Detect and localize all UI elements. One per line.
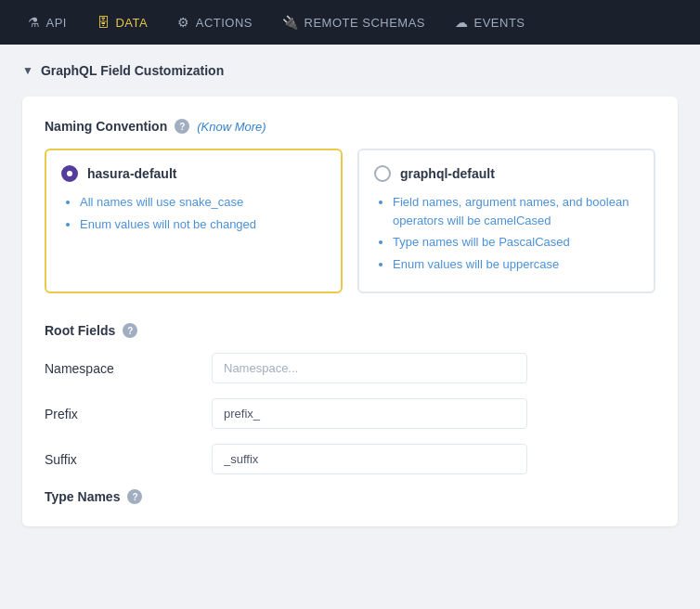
root-fields-help-icon[interactable]: ?	[123, 323, 137, 338]
nav-label-data: DATA	[115, 16, 148, 30]
prefix-input[interactable]	[212, 398, 527, 429]
graphql-default-title: graphql-default	[400, 166, 495, 181]
namespace-input[interactable]	[212, 353, 527, 383]
hasura-default-header: hasura-default	[61, 165, 326, 182]
api-icon: ⚗	[28, 15, 41, 30]
prefix-label: Prefix	[45, 407, 212, 421]
naming-convention-label: Naming Convention	[45, 119, 167, 134]
graphql-default-bullets: Field names, argument names, and boolean…	[374, 193, 639, 273]
prefix-input-wrapper	[212, 398, 527, 429]
prefix-row: Prefix	[45, 398, 655, 429]
graphql-bullet-1: Field names, argument names, and boolean…	[393, 193, 639, 229]
hasura-bullet-2: Enum values will not be changed	[80, 215, 326, 234]
nav-item-remote-schemas[interactable]: 🔌 REMOTE SCHEMAS	[269, 9, 438, 35]
namespace-row: Namespace	[45, 353, 655, 383]
convention-options: hasura-default All names will use snake_…	[45, 149, 655, 293]
graphql-default-radio[interactable]	[374, 165, 391, 182]
nav-item-api[interactable]: ⚗ API	[15, 9, 80, 35]
suffix-row: Suffix	[45, 444, 655, 474]
root-fields-label: Root Fields	[45, 323, 115, 338]
data-icon: 🗄	[97, 15, 110, 30]
nav-label-remote-schemas: REMOTE SCHEMAS	[305, 16, 426, 30]
nav-label-events: EVENTS	[474, 16, 525, 30]
suffix-input-wrapper	[212, 444, 527, 474]
top-navigation: ⚗ API 🗄 DATA ⚙ ACTIONS 🔌 REMOTE SCHEMAS …	[0, 0, 700, 45]
convention-card-graphql-default[interactable]: graphql-default Field names, argument na…	[357, 149, 655, 293]
events-icon: ☁	[455, 15, 469, 30]
namespace-input-wrapper	[212, 353, 527, 383]
nav-item-events[interactable]: ☁ EVENTS	[442, 9, 538, 35]
graphql-default-header: graphql-default	[374, 165, 639, 182]
actions-icon: ⚙	[177, 15, 190, 30]
hasura-bullet-1: All names will use snake_case	[80, 193, 326, 212]
hasura-default-bullets: All names will use snake_case Enum value…	[61, 193, 326, 233]
nav-label-api: API	[46, 16, 67, 30]
graphql-bullet-2: Type names will be PascalCased	[393, 233, 639, 252]
settings-card: Naming Convention ? (Know More) hasura-d…	[22, 97, 678, 526]
nav-item-actions[interactable]: ⚙ ACTIONS	[164, 9, 266, 35]
nav-item-data[interactable]: 🗄 DATA	[84, 9, 161, 35]
chevron-down-icon: ▼	[22, 64, 33, 77]
type-names-help-icon[interactable]: ?	[127, 489, 142, 504]
remote-schemas-icon: 🔌	[282, 15, 299, 30]
graphql-bullet-3: Enum values will be uppercase	[393, 255, 639, 274]
suffix-label: Suffix	[45, 452, 212, 467]
hasura-default-radio[interactable]	[61, 165, 78, 182]
hasura-default-title: hasura-default	[87, 166, 176, 181]
suffix-input[interactable]	[212, 444, 527, 474]
section-header[interactable]: ▼ GraphQL Field Customization	[22, 63, 678, 78]
namespace-label: Namespace	[45, 361, 212, 376]
type-names-label-row: Type Names ?	[45, 489, 655, 504]
main-content: ▼ GraphQL Field Customization Naming Con…	[0, 45, 700, 609]
type-names-label: Type Names	[45, 489, 120, 504]
root-fields-label-row: Root Fields ?	[45, 323, 655, 338]
nav-label-actions: ACTIONS	[196, 16, 253, 30]
know-more-link[interactable]: (Know More)	[197, 120, 266, 134]
naming-convention-help-icon[interactable]: ?	[175, 119, 189, 134]
section-title: GraphQL Field Customization	[41, 63, 224, 78]
convention-card-hasura-default[interactable]: hasura-default All names will use snake_…	[45, 149, 343, 293]
naming-convention-label-row: Naming Convention ? (Know More)	[45, 119, 655, 134]
